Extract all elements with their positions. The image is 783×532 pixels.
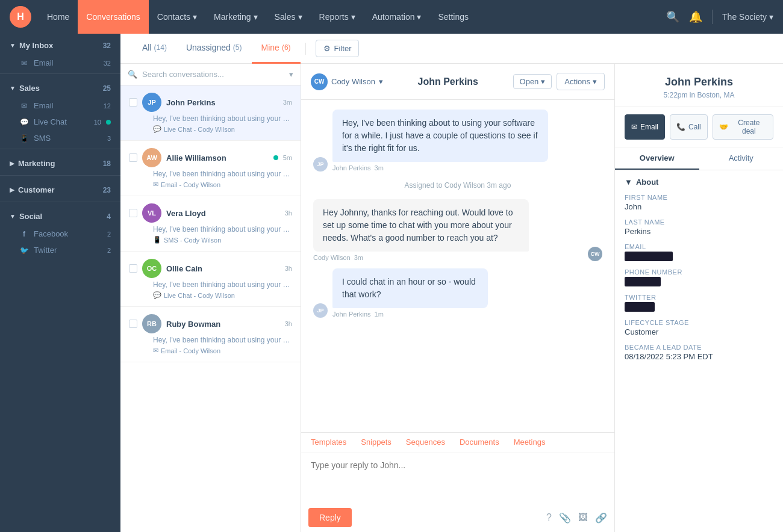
chat-icon-small: 💬 [153,291,161,299]
tab-overview[interactable]: Overview [615,147,699,170]
search-dropdown-icon[interactable]: ▾ [289,70,293,79]
image-icon[interactable]: 🖼 [578,512,588,523]
twitter-icon: 🐦 [19,246,29,255]
field-phone: Phone Number [625,268,773,286]
call-contact-button[interactable]: 📞 Call [670,114,708,140]
attachment-icon[interactable]: 📎 [559,512,571,524]
email-icon: ✉ [631,123,637,131]
online-indicator [273,155,278,160]
nav-contacts[interactable]: Contacts ▾ [149,0,205,34]
hubspot-logo[interactable]: H [10,6,31,28]
nav-marketing[interactable]: Marketing ▾ [205,0,266,34]
sidebar-item-sales-email[interactable]: ✉ Email 12 [0,97,120,114]
nav-conversations[interactable]: Conversations [78,0,149,34]
select-checkbox[interactable] [129,320,137,328]
select-checkbox[interactable] [129,98,137,107]
toolbar-documents[interactable]: Documents [452,433,507,453]
assignee-selector[interactable]: CW Cody Wilson ▾ [311,73,383,90]
message-row-3: JP I could chat in an hour or so - would… [313,268,602,318]
toolbar-snippets[interactable]: Snippets [354,433,399,453]
email-contact-button[interactable]: ✉ Email [625,114,665,140]
nav-items: Home Conversations Contacts ▾ Marketing … [39,0,666,34]
contact-name: John Perkins [625,76,773,88]
conversation-item-ruby-bowman[interactable]: RB Ruby Bowman 3h Hey, I've been thinkin… [120,307,301,362]
search-icon[interactable]: 🔍 [666,10,679,23]
msg-avatar-cody: CW [588,247,602,261]
conversation-item-vera-lloyd[interactable]: VL Vera Lloyd 3h Hey, I've been thinking… [120,196,301,252]
sidebar-section-sales[interactable]: ▼ Sales 25 [0,76,120,97]
reply-area: Templates Snippets Sequences Documents M… [301,432,614,532]
chevron-down-icon: ▼ [625,178,632,187]
facebook-icon: f [19,230,29,238]
field-lifecycle: Lifecycle Stage Customer [625,319,773,336]
toolbar-sequences[interactable]: Sequences [399,433,452,453]
toolbar-templates[interactable]: Templates [304,433,354,453]
nav-sales[interactable]: Sales ▾ [266,0,311,34]
deal-icon: 🤝 [719,123,728,131]
sidebar-item-email-inbox[interactable]: ✉ Email 32 [0,55,120,71]
conversation-item-ollie-cain[interactable]: OC Ollie Cain 3h Hey, I've been thinking… [120,252,301,307]
tab-activity[interactable]: Activity [699,147,784,170]
reply-send-button[interactable]: Reply [308,508,352,527]
chat-panel: CW Cody Wilson ▾ John Perkins Open ▾ Act… [301,64,614,532]
message-row-1: JP Hey, I've been thinking about to usin… [313,110,602,172]
tab-all[interactable]: All(14) [133,34,176,64]
email-redacted [625,252,673,261]
field-lead-date: Became a Lead Date 08/18/2022 5:23 PM ED… [625,344,773,361]
message-bubble-2: Hey Johnny, thanks for reaching out. Wou… [313,199,529,252]
chat-header-right: Open ▾ Actions ▾ [513,73,605,90]
sidebar-section-my-inbox[interactable]: ▼ My Inbox 32 [0,34,120,55]
actions-dropdown-icon: ▾ [593,77,597,86]
link-icon[interactable]: 🔗 [595,512,607,524]
conversation-list-items: JP John Perkins 3m Hey, I've been thinki… [120,85,301,532]
search-bar: 🔍 ▾ [120,64,301,85]
select-checkbox[interactable] [129,209,137,217]
sidebar-item-twitter[interactable]: 🐦 Twitter 2 [0,242,120,258]
sidebar-section-customer[interactable]: ▶ Customer 23 [0,178,120,199]
status-dropdown-icon: ▾ [541,77,545,86]
conversation-item-allie-williamson[interactable]: AW Allie Williamson 5m Hey, I've been th… [120,141,301,196]
contact-tabs: Overview Activity [615,147,783,170]
sidebar-item-live-chat[interactable]: 💬 Live Chat 10 [0,114,120,130]
notifications-icon[interactable]: 🔔 [689,10,702,23]
sidebar-section-social[interactable]: ▼ Social 4 [0,205,120,226]
avatar-allie-williamson: AW [142,148,161,167]
system-message-1: Assigned to Cody Wilson 3m ago [313,179,602,192]
select-checkbox[interactable] [129,153,137,162]
actions-button[interactable]: Actions ▾ [557,73,605,90]
conversation-area: 🔍 ▾ JP John Perkins 3m Hey, I've been th… [120,64,783,532]
email-icon: ✉ [19,102,29,110]
reply-toolbar: Templates Snippets Sequences Documents M… [301,433,614,453]
reply-input[interactable] [301,453,614,501]
chat-header: CW Cody Wilson ▾ John Perkins Open ▾ Act… [301,64,614,100]
twitter-redacted [625,302,655,312]
field-twitter: Twitter [625,294,773,312]
conversation-list: 🔍 ▾ JP John Perkins 3m Hey, I've been th… [120,64,301,532]
sms-icon: 📱 [19,134,29,143]
status-badge[interactable]: Open ▾ [513,74,552,89]
nav-home[interactable]: Home [39,0,78,34]
search-input[interactable] [142,70,284,79]
filter-button[interactable]: ⚙ Filter [316,40,360,57]
toolbar-meetings[interactable]: Meetings [507,433,553,453]
org-selector[interactable]: The Society▾ [722,12,773,22]
select-checkbox[interactable] [129,264,137,273]
sidebar-section-marketing[interactable]: ▶ Marketing 18 [0,152,120,173]
chat-icon-small: 💬 [153,125,161,133]
msg-avatar-john: JP [313,157,328,172]
help-icon[interactable]: ? [546,512,552,523]
about-section-header[interactable]: ▼ About [625,178,773,187]
nav-settings[interactable]: Settings [429,0,477,34]
search-icon: 🔍 [128,70,137,79]
sidebar-item-facebook[interactable]: f Facebook 2 [0,226,120,242]
nav-automation[interactable]: Automation ▾ [364,0,430,34]
sidebar-item-sms[interactable]: 📱 SMS 3 [0,130,120,146]
messages-area: JP Hey, I've been thinking about to usin… [301,100,614,432]
nav-reports[interactable]: Reports ▾ [311,0,364,34]
conversation-item-john-perkins[interactable]: JP John Perkins 3m Hey, I've been thinki… [120,85,301,141]
email-icon: ✉ [19,59,29,67]
tab-unassigned[interactable]: Unassigned(5) [176,34,252,64]
create-deal-button[interactable]: 🤝 Create deal [713,114,773,140]
contact-actions: ✉ Email 📞 Call 🤝 Create deal [615,107,783,147]
tab-mine[interactable]: Mine(6) [252,34,301,64]
